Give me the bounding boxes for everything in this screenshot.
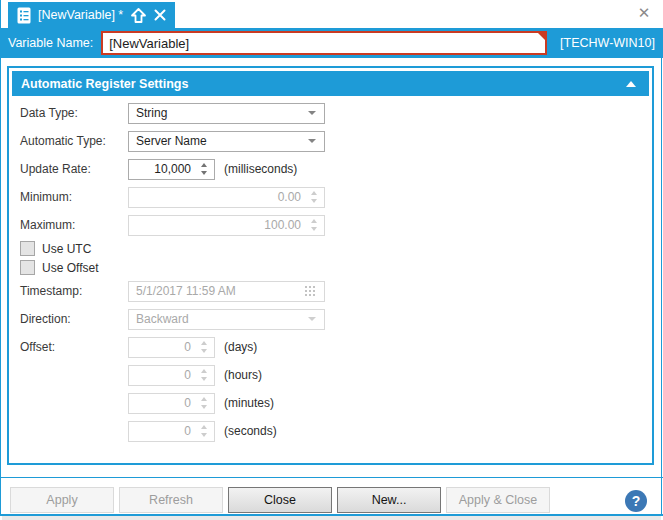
data-type-label: Data Type: [20, 106, 128, 120]
offset-seconds-row: 0 (seconds) [20, 417, 652, 445]
variable-name-bar: Variable Name: [TECHW-WIN10] [0, 28, 663, 58]
offset-seconds-value: 0 [136, 424, 196, 438]
tab-close-icon[interactable] [154, 9, 166, 21]
minimum-row: Minimum: 0.00 [20, 183, 652, 211]
spinner-arrows-icon [196, 369, 211, 381]
automatic-register-settings-panel: Automatic Register Settings Data Type: S… [7, 66, 654, 465]
close-button[interactable]: Close [228, 487, 332, 513]
offset-seconds-unit: (seconds) [224, 424, 277, 438]
maximum-label: Maximum: [20, 218, 128, 232]
footer-button-bar: Apply Refresh Close New... Apply & Close [10, 487, 550, 513]
offset-label: Offset: [20, 340, 128, 354]
automatic-type-row: Automatic Type: Server Name [20, 127, 652, 155]
use-utc-row: Use UTC [20, 239, 652, 258]
offset-days-stepper: 0 [128, 337, 215, 358]
automatic-type-value: Server Name [136, 134, 303, 148]
tab-newvariable[interactable]: [NewVariable] * [8, 2, 175, 28]
spinner-arrows-icon [196, 341, 211, 353]
help-button[interactable]: ? [625, 490, 647, 512]
tab-bar: [NewVariable] * ✕ [1, 0, 662, 28]
tab-title: [NewVariable] * [38, 8, 123, 22]
collapse-up-icon[interactable] [626, 81, 636, 87]
section-title: Automatic Register Settings [21, 77, 188, 91]
offset-hours-value: 0 [136, 368, 196, 382]
machine-name-label: [TECHW-WIN10] [560, 36, 655, 50]
maximum-value: 100.00 [136, 218, 306, 232]
chevron-down-icon [308, 139, 316, 143]
data-type-select[interactable]: String [128, 103, 325, 124]
window-border-left [0, 0, 1, 516]
use-utc-label: Use UTC [42, 242, 91, 256]
apply-and-close-button: Apply & Close [446, 487, 550, 513]
use-utc-checkbox[interactable] [20, 241, 35, 256]
validation-corner-flag [538, 33, 545, 40]
offset-hours-stepper: 0 [128, 365, 215, 386]
offset-minutes-value: 0 [136, 396, 196, 410]
minimum-stepper: 0.00 [128, 187, 325, 208]
variable-name-input[interactable] [101, 31, 547, 55]
window-close-icon[interactable]: ✕ [635, 4, 653, 22]
use-offset-label: Use Offset [42, 261, 98, 275]
spinner-arrows-icon [196, 425, 211, 437]
maximum-stepper: 100.00 [128, 215, 325, 236]
offset-hours-row: 0 (hours) [20, 361, 652, 389]
chevron-down-icon [308, 317, 316, 321]
use-offset-checkbox[interactable] [20, 260, 35, 275]
date-picker-grid-icon [304, 285, 317, 297]
new-button[interactable]: New... [337, 487, 441, 513]
move-up-icon[interactable] [130, 7, 147, 24]
update-rate-unit: (milliseconds) [224, 162, 297, 176]
automatic-type-label: Automatic Type: [20, 134, 128, 148]
update-rate-stepper[interactable]: 10,000 [128, 159, 215, 180]
section-header: Automatic Register Settings [12, 71, 649, 96]
direction-select: Backward [128, 309, 325, 330]
offset-seconds-stepper: 0 [128, 421, 215, 442]
offset-minutes-stepper: 0 [128, 393, 215, 414]
spinner-arrows-icon [306, 191, 321, 203]
direction-value: Backward [136, 312, 303, 326]
maximum-row: Maximum: 100.00 [20, 211, 652, 239]
update-rate-value: 10,000 [136, 162, 196, 176]
offset-days-unit: (days) [224, 340, 257, 354]
chevron-down-icon [308, 111, 316, 115]
use-offset-row: Use Offset [20, 258, 652, 277]
timestamp-value: 5/1/2017 11:59 AM [136, 284, 304, 298]
update-rate-row: Update Rate: 10,000 (milliseconds) [20, 155, 652, 183]
window-shadow [2, 516, 661, 520]
footer-separator [0, 477, 663, 478]
window-border-right [661, 0, 662, 516]
document-list-icon [17, 7, 31, 24]
automatic-type-select[interactable]: Server Name [128, 131, 325, 152]
spinner-arrows-icon[interactable] [196, 163, 211, 175]
data-type-value: String [136, 106, 303, 120]
spinner-arrows-icon [306, 219, 321, 231]
apply-button: Apply [10, 487, 114, 513]
minimum-value: 0.00 [136, 190, 306, 204]
timestamp-label: Timestamp: [20, 284, 128, 298]
variable-properties-window: [NewVariable] * ✕ Variable Name: [TECHW-… [0, 0, 663, 520]
spinner-arrows-icon [196, 397, 211, 409]
offset-days-row: Offset: 0 (days) [20, 333, 652, 361]
update-rate-label: Update Rate: [20, 162, 128, 176]
direction-row: Direction: Backward [20, 305, 652, 333]
refresh-button: Refresh [119, 487, 223, 513]
offset-minutes-unit: (minutes) [224, 396, 274, 410]
timestamp-row: Timestamp: 5/1/2017 11:59 AM [20, 277, 652, 305]
offset-hours-unit: (hours) [224, 368, 262, 382]
offset-minutes-row: 0 (minutes) [20, 389, 652, 417]
timestamp-input: 5/1/2017 11:59 AM [128, 281, 325, 302]
minimum-label: Minimum: [20, 190, 128, 204]
offset-days-value: 0 [136, 340, 196, 354]
variable-name-input-wrap [101, 31, 547, 55]
data-type-row: Data Type: String [20, 99, 652, 127]
direction-label: Direction: [20, 312, 128, 326]
variable-name-label: Variable Name: [8, 36, 93, 50]
form-rows: Data Type: String Automatic Type: Server… [9, 99, 652, 445]
